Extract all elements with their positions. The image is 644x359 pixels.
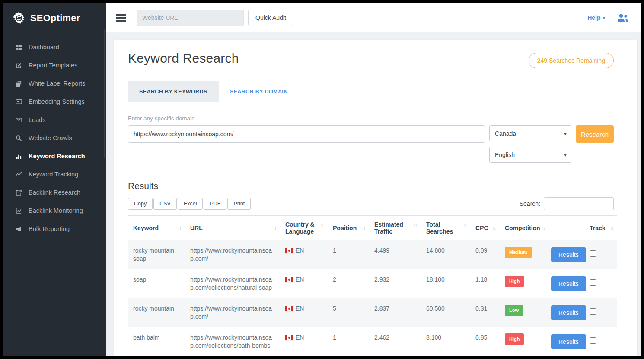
row-track-checkbox[interactable] [590, 308, 596, 315]
column-header-total-searches[interactable]: Total Searches↑↓ [421, 216, 470, 240]
sort-icon[interactable]: ↑↓ [273, 224, 276, 231]
sidebar-item-leads[interactable]: Leads [3, 111, 106, 129]
sidebar-item-website-crawls[interactable]: Website Crawls [3, 129, 106, 147]
sidebar-item-backlink-research[interactable]: Backlink Research [3, 183, 106, 202]
column-header-keyword[interactable]: Keyword↑↓ [128, 216, 185, 240]
row-track-checkbox[interactable] [590, 250, 596, 257]
row-track-checkbox[interactable] [590, 279, 596, 286]
tab-search-by-domain[interactable]: SEARCH BY DOMAIN [219, 81, 299, 102]
topbar-right: Help ▾ [587, 13, 629, 22]
keyword-cell: rocky mountain [128, 298, 185, 327]
content-area: Keyword Research 249 Searches Remaining … [106, 32, 641, 356]
hamburger-menu-icon[interactable] [116, 14, 126, 22]
export-print-button[interactable]: Print [227, 198, 251, 210]
table-search-input[interactable] [544, 197, 614, 210]
sidebar-item-label: Keyword Research [29, 153, 85, 160]
sort-icon[interactable]: ↑↓ [320, 221, 323, 227]
column-header-url[interactable]: URL↑↓ [185, 216, 280, 240]
position-cell: 5 [328, 298, 369, 327]
sort-icon[interactable]: ↑↓ [178, 224, 181, 231]
column-header-track[interactable]: Track↑↓ [584, 216, 617, 240]
export-excel-button[interactable]: Excel [178, 198, 203, 210]
column-header-position[interactable]: Position↑↓ [328, 216, 369, 240]
sidebar-nav: Dashboard Report Templates White Label R… [3, 38, 106, 238]
sidebar-item-keyword-research[interactable]: Keyword Research [3, 147, 106, 165]
keyword-cell: rocky mountain soap [128, 240, 185, 269]
competition-cell: Medium [500, 240, 546, 269]
tab-search-by-keywords[interactable]: SEARCH BY KEYWORDS [128, 81, 219, 102]
total-searches-cell: 18,100 [421, 269, 470, 298]
keyword-cell: soap [128, 269, 185, 298]
external-link-icon [15, 189, 22, 196]
topbar: Quick Audit Help ▾ [106, 3, 641, 32]
language-select-value: English [495, 151, 515, 158]
country-select[interactable]: Canada ▾ [489, 125, 571, 141]
competition-cell: Low [500, 298, 546, 327]
canada-flag-icon [285, 277, 293, 282]
sidebar-scrollbar[interactable] [104, 29, 105, 158]
app-window: SEOptimer Dashboard Report Templates Whi… [3, 3, 641, 356]
sidebar-item-white-label-reports[interactable]: White Label Reports [3, 74, 106, 93]
total-searches-cell: 8,100 [421, 327, 470, 356]
country-cell: EN [280, 240, 328, 269]
export-copy-button[interactable]: Copy [128, 198, 153, 210]
sort-icon[interactable]: ↑↓ [362, 224, 365, 231]
column-header-cpc[interactable]: CPC↑↓ [470, 216, 500, 240]
sort-icon[interactable]: ↑↓ [492, 224, 495, 231]
column-header-country-language[interactable]: Country & Language↑↓ [280, 216, 328, 240]
sidebar-item-label: Keyword Tracking [29, 171, 78, 178]
sidebar-item-bulk-reporting[interactable]: Bulk Reporting [3, 220, 106, 238]
sidebar-item-backlink-monitoring[interactable]: Backlink Monitoring [3, 202, 106, 220]
brand-logo[interactable]: SEOptimer [3, 3, 106, 32]
sidebar-item-keyword-tracking[interactable]: Keyword Tracking [3, 165, 106, 183]
sidebar-item-embedding-settings[interactable]: Embedding Settings [3, 93, 106, 111]
sidebar-item-label: Website Crawls [29, 135, 72, 141]
position-cell: 1 [328, 240, 369, 269]
country-cell: EN [280, 327, 328, 356]
research-button[interactable]: Research [576, 125, 614, 143]
cpc-cell: 1.18 [470, 269, 500, 298]
url-cell: https://www.rockymountainsoap.com/ [185, 298, 280, 327]
sidebar-item-report-templates[interactable]: Report Templates [3, 56, 106, 74]
competition-cell: High [500, 327, 546, 356]
edit-icon [15, 62, 22, 69]
row-results-button[interactable]: Results [551, 247, 586, 262]
sidebar: SEOptimer Dashboard Report Templates Whi… [3, 3, 106, 356]
table-row: bath balm https://www.rockymountainsoap.… [128, 327, 617, 356]
language-select[interactable]: English ▾ [489, 147, 571, 163]
sort-icon[interactable]: ↑↓ [414, 221, 417, 227]
cpc-cell: 0.31 [470, 298, 500, 327]
envelope-icon [15, 116, 22, 123]
sort-icon[interactable]: ↑↓ [542, 224, 545, 231]
export-csv-button[interactable]: CSV [153, 198, 177, 210]
main-area: Quick Audit Help ▾ [106, 3, 641, 356]
help-menu[interactable]: Help ▾ [587, 14, 605, 21]
chevron-down-icon: ▾ [564, 152, 567, 158]
domain-input[interactable] [128, 125, 485, 143]
website-url-input[interactable] [137, 10, 244, 26]
row-results-button[interactable]: Results [551, 276, 586, 291]
column-header-competition[interactable]: Competition↑↓ [500, 216, 546, 240]
cpc-cell: 0.85 [470, 327, 500, 356]
language-code: EN [296, 247, 304, 255]
sidebar-item-label: White Label Reports [29, 80, 85, 87]
track-cell [584, 240, 617, 269]
sidebar-item-dashboard[interactable]: Dashboard [3, 38, 106, 56]
users-icon[interactable] [616, 13, 629, 22]
row-results-button[interactable]: Results [551, 305, 586, 320]
sort-icon[interactable]: ↑↓ [463, 221, 466, 227]
quick-audit-button[interactable]: Quick Audit [248, 10, 293, 26]
row-track-checkbox[interactable] [590, 337, 596, 344]
results-table: Keyword↑↓ URL↑↓ Country & Language↑↓ Pos… [128, 215, 617, 356]
country-select-value: Canada [495, 130, 516, 137]
row-results-button[interactable]: Results [551, 334, 586, 349]
table-row: soap https://www.rockymountainsoap.com/c… [128, 269, 617, 298]
export-pdf-button[interactable]: PDF [204, 198, 226, 210]
trend-icon [15, 171, 22, 178]
total-searches-cell: 14,800 [421, 240, 470, 269]
sort-icon[interactable]: ↑↓ [610, 224, 613, 231]
column-header-estimated-traffic[interactable]: Estimated Traffic↑↓ [369, 216, 421, 240]
search-mode-tabs: SEARCH BY KEYWORDS SEARCH BY DOMAIN [128, 81, 614, 102]
competition-badge: Medium [505, 247, 532, 258]
estimated-traffic-cell: 2,462 [369, 327, 421, 356]
